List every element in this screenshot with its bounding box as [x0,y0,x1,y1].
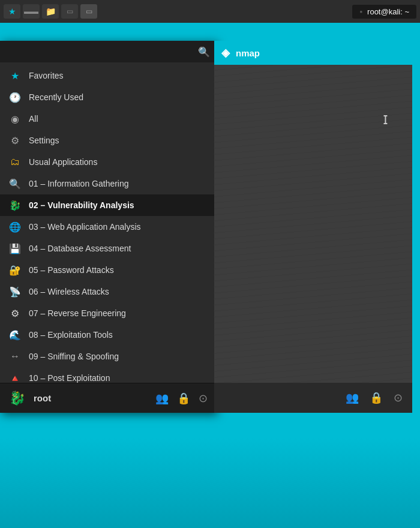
menu-item-08-exploit[interactable]: 🌊 08 – Exploitation Tools [0,324,216,346]
bottom-actions: 👥 🔒 ⊙ [155,392,208,405]
menu-item-all[interactable]: ◉ All [0,108,216,130]
menu-item-usual-apps[interactable]: 🗂 Usual Applications [0,151,216,173]
menu-item-06-wireless[interactable]: 📡 06 – Wireless Attacks [0,281,216,302]
nmap-app-label: nmap [236,48,260,58]
web-app-icon: 🌐 [8,220,22,233]
taskbar-icon-1[interactable]: ★ [4,4,20,19]
taskbar-title: root@kali: ~ [352,5,416,19]
nmap-app-icon: ◈ [221,46,230,59]
info-gathering-label: 01 – Information Gathering [29,179,129,188]
sniff-label: 09 – Sniffing & Spoofing [29,352,119,361]
info-gathering-icon: 🔍 [8,177,22,190]
post-exploit-label: 10 – Post Exploitation [29,373,110,383]
menu-item-01-info[interactable]: 🔍 01 – Information Gathering [0,173,216,194]
reverse-icon: ⚙ [8,307,22,320]
user-avatar: 🐉 [8,390,25,407]
menu-item-favorites[interactable]: ★ Favorites [0,65,216,86]
password-label: 05 – Password Attacks [29,265,114,275]
all-label: All [29,114,38,124]
menu-item-recently-used[interactable]: 🕐 Recently Used [0,86,216,108]
wireless-icon: 📡 [8,285,22,298]
reverse-label: 07 – Reverse Engineering [29,308,126,318]
power-icon[interactable]: ⊙ [199,392,208,405]
taskbar: ★ ▬▬ 📁 ▭ ▭ root@kali: ~ [0,0,420,23]
taskbar-title-text: root@kali: ~ [367,7,409,16]
web-app-label: 03 – Web Application Analysis [29,222,141,232]
search-icon[interactable]: 🔍 [198,46,210,58]
all-icon: ◉ [8,112,22,125]
taskbar-icon-folder[interactable]: 📁 [42,4,59,19]
menu-item-05-pass[interactable]: 🔐 05 – Password Attacks [0,259,216,281]
wireless-label: 06 – Wireless Attacks [29,287,109,296]
favorites-icon: ★ [8,69,22,82]
right-panel-header: ◈ nmap [214,41,412,65]
right-panel-bottom: 👥 🔒 ⊙ [214,383,412,413]
menu-item-02-vuln[interactable]: 🐉 02 – Vulnerability Analysis [0,194,216,216]
exploit-icon: 🌊 [8,328,22,341]
taskbar-icon-terminal[interactable]: ▭ [80,4,97,19]
menu-popup: 🔍 ★ Favorites 🕐 Recently Used ◉ All ⚙ Se… [0,41,216,413]
rp-lock-icon[interactable]: 🔒 [370,391,383,404]
menu-item-settings[interactable]: ⚙ Settings [0,130,216,151]
vuln-analysis-label: 02 – Vulnerability Analysis [29,200,134,210]
menu-item-07-reverse[interactable]: ⚙ 07 – Reverse Engineering [0,302,216,324]
settings-label: Settings [29,136,59,145]
settings-icon: ⚙ [8,134,22,147]
post-exploit-icon: 🔺 [8,371,22,383]
recently-used-label: Recently Used [29,92,83,102]
taskbar-icon-2[interactable]: ▬▬ [23,4,40,19]
lock-icon[interactable]: 🔒 [177,392,190,405]
right-panel: ◈ nmap 𝖨 👥 🔒 ⊙ [214,41,412,413]
menu-item-04-db[interactable]: 💾 04 – Database Assessment [0,238,216,259]
rp-power-icon[interactable]: ⊙ [394,391,403,404]
sniff-icon: ↔ [8,350,22,363]
menu-list: ★ Favorites 🕐 Recently Used ◉ All ⚙ Sett… [0,62,216,383]
menu-bottom-bar: 🐉 root 👥 🔒 ⊙ [0,383,216,413]
database-label: 04 – Database Assessment [29,244,131,253]
usual-apps-icon: 🗂 [8,155,22,169]
menu-item-03-web[interactable]: 🌐 03 – Web Application Analysis [0,216,216,238]
right-panel-body: 𝖨 [214,65,412,383]
exploit-label: 08 – Exploitation Tools [29,330,113,340]
favorites-label: Favorites [29,71,64,80]
people-icon[interactable]: 👥 [155,392,169,405]
database-icon: 💾 [8,242,22,255]
taskbar-icon-4[interactable]: ▭ [61,4,78,19]
vuln-analysis-icon: 🐉 [8,199,22,212]
menu-item-09-sniff[interactable]: ↔ 09 – Sniffing & Spoofing [0,346,216,367]
user-name-label: root [34,393,51,403]
desktop: 🔍 ★ Favorites 🕐 Recently Used ◉ All ⚙ Se… [0,23,420,528]
usual-apps-label: Usual Applications [29,157,97,167]
menu-item-10-post[interactable]: 🔺 10 – Post Exploitation [0,367,216,383]
menu-search-bar: 🔍 [0,41,216,62]
cursor-indicator: 𝖨 [383,113,388,127]
rp-people-icon[interactable]: 👥 [346,391,359,404]
desktop-background [0,438,420,528]
password-icon: 🔐 [8,263,22,277]
recently-used-icon: 🕐 [8,91,22,104]
